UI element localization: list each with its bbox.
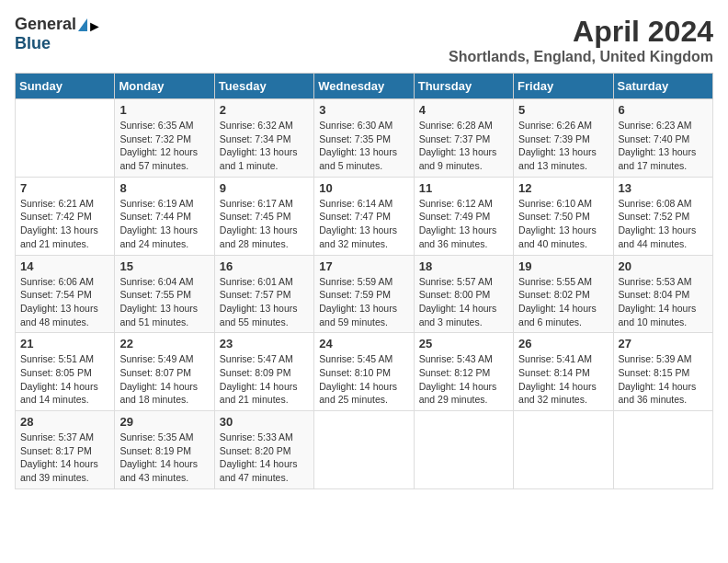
- day-number: 27: [619, 337, 708, 350]
- day-info: Sunrise: 6:23 AMSunset: 7:40 PMDaylight:…: [619, 119, 708, 173]
- day-info: Sunrise: 5:45 AMSunset: 8:10 PMDaylight:…: [319, 352, 408, 407]
- calendar-cell: [16, 99, 115, 178]
- day-number: 29: [119, 415, 209, 429]
- calendar-cell: 18Sunrise: 5:57 AMSunset: 8:00 PMDayligh…: [414, 255, 513, 333]
- calendar-cell: 1Sunrise: 6:35 AMSunset: 7:32 PMDaylight…: [115, 99, 214, 178]
- day-info: Sunrise: 6:28 AMSunset: 7:37 PMDaylight:…: [419, 119, 508, 173]
- weekday-header-tuesday: Tuesday: [214, 74, 313, 99]
- weekday-header-wednesday: Wednesday: [314, 74, 414, 99]
- day-number: 11: [419, 181, 508, 195]
- calendar-body: 1Sunrise: 6:35 AMSunset: 7:32 PMDaylight…: [16, 99, 713, 489]
- calendar-cell: 22Sunrise: 5:49 AMSunset: 8:07 PMDayligh…: [115, 333, 214, 411]
- day-info: Sunrise: 5:41 AMSunset: 8:14 PMDaylight:…: [518, 352, 608, 407]
- day-number: 24: [319, 337, 408, 350]
- calendar-cell: 8Sunrise: 6:19 AMSunset: 7:44 PMDaylight…: [115, 177, 214, 255]
- calendar-cell: [514, 411, 613, 489]
- calendar-cell: 23Sunrise: 5:47 AMSunset: 8:09 PMDayligh…: [214, 333, 313, 411]
- calendar-cell: 9Sunrise: 6:17 AMSunset: 7:45 PMDaylight…: [214, 177, 313, 255]
- weekday-header-row: SundayMondayTuesdayWednesdayThursdayFrid…: [16, 74, 713, 99]
- calendar-cell: 30Sunrise: 5:33 AMSunset: 8:20 PMDayligh…: [214, 411, 313, 489]
- day-info: Sunrise: 6:17 AMSunset: 7:45 PMDaylight:…: [220, 197, 309, 251]
- calendar-cell: 26Sunrise: 5:41 AMSunset: 8:14 PMDayligh…: [514, 333, 613, 411]
- day-info: Sunrise: 6:04 AMSunset: 7:55 PMDaylight:…: [119, 275, 209, 329]
- day-number: 25: [419, 337, 508, 350]
- calendar-cell: 10Sunrise: 6:14 AMSunset: 7:47 PMDayligh…: [314, 177, 414, 255]
- day-info: Sunrise: 6:30 AMSunset: 7:35 PMDaylight:…: [319, 119, 408, 173]
- calendar-cell: 16Sunrise: 6:01 AMSunset: 7:57 PMDayligh…: [214, 255, 313, 333]
- day-info: Sunrise: 6:32 AMSunset: 7:34 PMDaylight:…: [220, 119, 309, 173]
- calendar-week-row: 1Sunrise: 6:35 AMSunset: 7:32 PMDaylight…: [16, 99, 713, 178]
- logo-blue-text: Blue: [15, 34, 51, 53]
- calendar-cell: 20Sunrise: 5:53 AMSunset: 8:04 PMDayligh…: [613, 255, 712, 333]
- logo-general-text: General: [15, 15, 76, 34]
- calendar-cell: 25Sunrise: 5:43 AMSunset: 8:12 PMDayligh…: [414, 333, 513, 411]
- calendar-cell: 12Sunrise: 6:10 AMSunset: 7:50 PMDayligh…: [514, 177, 613, 255]
- calendar-subtitle: Shortlands, England, United Kingdom: [449, 49, 713, 65]
- calendar-cell: 29Sunrise: 5:35 AMSunset: 8:19 PMDayligh…: [115, 411, 214, 489]
- day-info: Sunrise: 5:33 AMSunset: 8:20 PMDaylight:…: [220, 431, 309, 485]
- calendar-week-row: 14Sunrise: 6:06 AMSunset: 7:54 PMDayligh…: [16, 255, 713, 333]
- day-number: 4: [419, 103, 508, 117]
- calendar-week-row: 28Sunrise: 5:37 AMSunset: 8:17 PMDayligh…: [16, 411, 713, 489]
- day-number: 12: [518, 181, 608, 195]
- day-number: 20: [619, 259, 708, 273]
- calendar-table: SundayMondayTuesdayWednesdayThursdayFrid…: [15, 73, 713, 489]
- calendar-cell: 24Sunrise: 5:45 AMSunset: 8:10 PMDayligh…: [314, 333, 414, 411]
- day-number: 14: [20, 259, 109, 273]
- day-number: 8: [119, 181, 209, 195]
- calendar-week-row: 21Sunrise: 5:51 AMSunset: 8:05 PMDayligh…: [16, 333, 713, 411]
- calendar-cell: 5Sunrise: 6:26 AMSunset: 7:39 PMDaylight…: [514, 99, 613, 178]
- day-info: Sunrise: 6:06 AMSunset: 7:54 PMDaylight:…: [20, 275, 109, 329]
- weekday-header-saturday: Saturday: [613, 74, 712, 99]
- day-info: Sunrise: 6:10 AMSunset: 7:50 PMDaylight:…: [518, 197, 608, 251]
- day-number: 22: [119, 337, 209, 350]
- day-number: 7: [20, 181, 109, 195]
- day-info: Sunrise: 5:49 AMSunset: 8:07 PMDaylight:…: [119, 352, 209, 407]
- calendar-cell: [314, 411, 414, 489]
- calendar-cell: 4Sunrise: 6:28 AMSunset: 7:37 PMDaylight…: [414, 99, 513, 178]
- calendar-cell: 14Sunrise: 6:06 AMSunset: 7:54 PMDayligh…: [16, 255, 115, 333]
- day-info: Sunrise: 6:14 AMSunset: 7:47 PMDaylight:…: [319, 197, 408, 251]
- calendar-cell: [414, 411, 513, 489]
- day-info: Sunrise: 5:35 AMSunset: 8:19 PMDaylight:…: [119, 431, 209, 485]
- logo-icon: ►: [78, 18, 87, 31]
- calendar-cell: 19Sunrise: 5:55 AMSunset: 8:02 PMDayligh…: [514, 255, 613, 333]
- day-info: Sunrise: 6:21 AMSunset: 7:42 PMDaylight:…: [20, 197, 109, 251]
- calendar-cell: 7Sunrise: 6:21 AMSunset: 7:42 PMDaylight…: [16, 177, 115, 255]
- calendar-cell: 15Sunrise: 6:04 AMSunset: 7:55 PMDayligh…: [115, 255, 214, 333]
- day-number: 30: [220, 415, 309, 429]
- calendar-cell: 13Sunrise: 6:08 AMSunset: 7:52 PMDayligh…: [613, 177, 712, 255]
- day-info: Sunrise: 5:53 AMSunset: 8:04 PMDaylight:…: [619, 275, 708, 329]
- day-number: 15: [119, 259, 209, 273]
- day-number: 17: [319, 259, 408, 273]
- day-number: 28: [20, 415, 109, 429]
- day-number: 13: [619, 181, 708, 195]
- day-info: Sunrise: 5:57 AMSunset: 8:00 PMDaylight:…: [419, 275, 508, 329]
- weekday-header-sunday: Sunday: [16, 74, 115, 99]
- calendar-cell: [613, 411, 712, 489]
- calendar-header: SundayMondayTuesdayWednesdayThursdayFrid…: [16, 74, 713, 99]
- calendar-week-row: 7Sunrise: 6:21 AMSunset: 7:42 PMDaylight…: [16, 177, 713, 255]
- day-info: Sunrise: 5:43 AMSunset: 8:12 PMDaylight:…: [419, 352, 508, 407]
- calendar-cell: 2Sunrise: 6:32 AMSunset: 7:34 PMDaylight…: [214, 99, 313, 178]
- day-number: 1: [119, 103, 209, 117]
- calendar-cell: 28Sunrise: 5:37 AMSunset: 8:17 PMDayligh…: [16, 411, 115, 489]
- day-info: Sunrise: 5:59 AMSunset: 7:59 PMDaylight:…: [319, 275, 408, 329]
- title-area: April 2024 Shortlands, England, United K…: [449, 15, 713, 65]
- day-info: Sunrise: 6:26 AMSunset: 7:39 PMDaylight:…: [518, 119, 608, 173]
- day-number: 16: [220, 259, 309, 273]
- calendar-title: April 2024: [449, 15, 713, 49]
- day-number: 9: [220, 181, 309, 195]
- day-number: 5: [518, 103, 608, 117]
- day-info: Sunrise: 5:47 AMSunset: 8:09 PMDaylight:…: [220, 352, 309, 407]
- day-info: Sunrise: 6:19 AMSunset: 7:44 PMDaylight:…: [119, 197, 209, 251]
- day-number: 3: [319, 103, 408, 117]
- header: General ► Blue April 2024 Shortlands, En…: [15, 15, 713, 65]
- day-info: Sunrise: 6:01 AMSunset: 7:57 PMDaylight:…: [220, 275, 309, 329]
- weekday-header-monday: Monday: [115, 74, 214, 99]
- day-number: 2: [220, 103, 309, 117]
- day-info: Sunrise: 5:55 AMSunset: 8:02 PMDaylight:…: [518, 275, 608, 329]
- day-info: Sunrise: 5:51 AMSunset: 8:05 PMDaylight:…: [20, 352, 109, 407]
- day-number: 21: [20, 337, 109, 350]
- calendar-cell: 27Sunrise: 5:39 AMSunset: 8:15 PMDayligh…: [613, 333, 712, 411]
